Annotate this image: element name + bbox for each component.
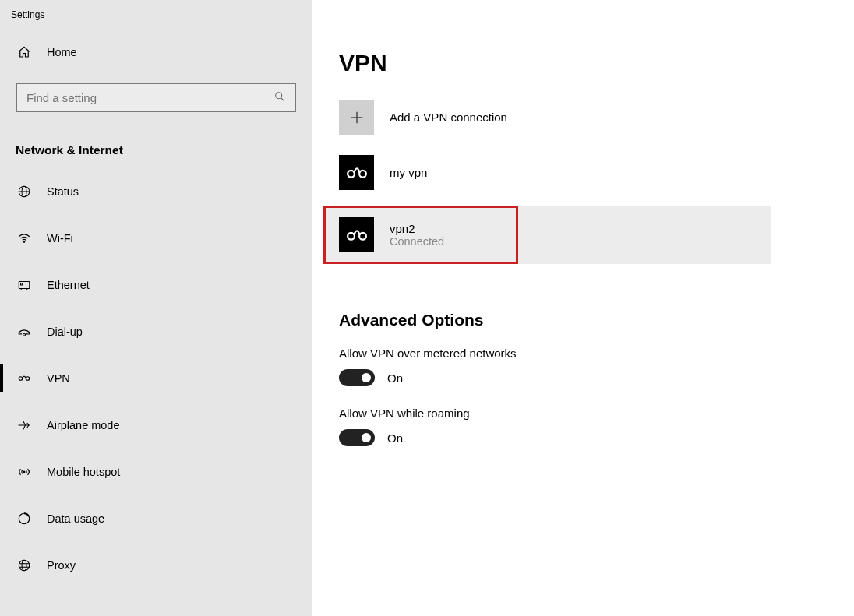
svg-rect-9: [21, 283, 23, 285]
sidebar-item-hotspot[interactable]: Mobile hotspot: [0, 449, 312, 495]
sidebar-item-label: Data usage: [33, 512, 104, 525]
vpn-item-vpn2[interactable]: vpn2 Connected: [323, 206, 771, 264]
sidebar-item-label: VPN: [33, 372, 70, 385]
svg-point-16: [22, 560, 26, 571]
airplane-icon: [16, 417, 33, 434]
sidebar-item-label: Proxy: [33, 559, 76, 572]
main-content: VPN Add a VPN connection: [312, 0, 854, 616]
sidebar-item-vpn[interactable]: VPN: [0, 355, 312, 402]
option-roaming: Allow VPN while roaming On: [339, 407, 854, 466]
ethernet-icon: [16, 276, 33, 294]
sidebar: Settings Home Network & Internet: [0, 0, 312, 616]
sidebar-item-wifi[interactable]: Wi-Fi: [0, 215, 312, 262]
option-label: Allow VPN while roaming: [339, 407, 854, 429]
proxy-icon: [16, 557, 33, 574]
svg-point-22: [359, 170, 366, 177]
toggle-state: On: [375, 431, 403, 445]
sidebar-item-proxy[interactable]: Proxy: [0, 542, 312, 589]
option-label: Allow VPN over metered networks: [339, 347, 854, 369]
svg-point-10: [23, 333, 26, 336]
svg-point-23: [348, 232, 355, 239]
hotspot-icon: [16, 463, 33, 480]
svg-point-12: [26, 377, 30, 381]
search-icon: [273, 90, 287, 104]
wifi-icon: [16, 230, 33, 247]
svg-point-24: [359, 232, 366, 239]
sidebar-item-label: Status: [33, 185, 79, 198]
sidebar-item-dialup[interactable]: Dial-up: [0, 308, 312, 355]
advanced-options-heading: Advanced Options: [339, 264, 854, 347]
svg-line-1: [281, 98, 284, 100]
svg-point-21: [348, 170, 355, 177]
sidebar-item-label: Ethernet: [33, 279, 90, 291]
sidebar-item-datausage[interactable]: Data usage: [0, 495, 312, 542]
sidebar-item-home[interactable]: Home: [0, 36, 312, 69]
sidebar-item-airplane[interactable]: Airplane mode: [0, 402, 312, 449]
page-title: VPN: [339, 0, 854, 100]
sidebar-item-label: Wi-Fi: [33, 232, 73, 245]
svg-point-13: [23, 471, 25, 473]
home-icon: [16, 44, 33, 61]
sidebar-item-label: Airplane mode: [33, 419, 120, 431]
option-metered: Allow VPN over metered networks On: [339, 347, 854, 407]
dialup-icon: [16, 323, 33, 340]
add-vpn-button[interactable]: Add a VPN connection: [339, 100, 854, 135]
vpn-icon: [16, 370, 33, 387]
vpn-status: Connected: [390, 235, 444, 248]
search-field[interactable]: [26, 91, 273, 104]
svg-point-0: [276, 93, 282, 99]
toggle-roaming[interactable]: [339, 429, 375, 446]
sidebar-item-status[interactable]: Status: [0, 168, 312, 215]
plus-icon: [339, 100, 374, 135]
vpn-item-myvpn[interactable]: my vpn: [339, 155, 854, 190]
sidebar-item-label: Dial-up: [33, 326, 83, 338]
globe-icon: [16, 183, 33, 200]
sidebar-item-label: Mobile hotspot: [33, 466, 120, 478]
sidebar-section-title: Network & Internet: [0, 112, 312, 168]
vpn-connection-icon: [339, 155, 374, 190]
vpn-name: vpn2: [390, 222, 444, 235]
toggle-state: On: [375, 371, 403, 385]
data-usage-icon: [16, 510, 33, 527]
svg-point-11: [19, 377, 23, 381]
sidebar-item-ethernet[interactable]: Ethernet: [0, 262, 312, 308]
toggle-metered[interactable]: [339, 369, 375, 386]
vpn-name: my vpn: [390, 166, 427, 179]
svg-point-5: [23, 241, 25, 243]
search-input[interactable]: [16, 83, 296, 112]
vpn-connection-icon: [339, 217, 374, 252]
sidebar-item-label: Home: [33, 46, 77, 58]
add-vpn-label: Add a VPN connection: [374, 111, 507, 124]
svg-point-15: [19, 560, 30, 571]
app-title: Settings: [0, 6, 312, 36]
